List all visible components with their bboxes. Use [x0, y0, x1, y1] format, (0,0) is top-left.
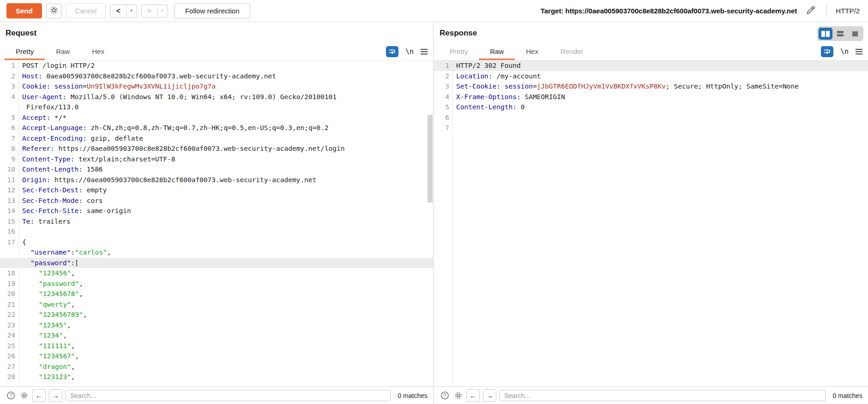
forward-split-button[interactable]: > ▼: [141, 5, 168, 18]
code-line: 3Cookie: session=Un9IlW3kFegwMv3XVNL1iji…: [0, 81, 433, 92]
code-line: 4User-Agent: Mozilla/5.0 (Windows NT 10.…: [0, 92, 433, 102]
gear-icon: [49, 6, 59, 16]
code-line: 13Sec-Fetch-Mode: cors: [0, 196, 433, 206]
columns-icon: [821, 31, 825, 37]
target-url-label: Target: https://0aea005903700c8e828b2cf6…: [541, 7, 797, 15]
code-line: 12Sec-Fetch-Dest: empty: [0, 185, 433, 196]
tab-pretty[interactable]: Pretty: [439, 43, 479, 60]
code-line: 10Content-Length: 1586: [0, 164, 433, 175]
code-line: 11Origin: https://0aea005903700c8e828b2c…: [0, 175, 433, 185]
svg-text:?: ?: [9, 393, 12, 398]
search-settings-gear-icon[interactable]: [19, 391, 29, 401]
repeater-toolbar: Send Cancel < ▼ > ▼ Follow redirection T…: [0, 0, 868, 22]
cancel-button[interactable]: Cancel: [66, 3, 106, 18]
tab-hex[interactable]: Hex: [81, 43, 115, 60]
http-protocol-label: HTTP/2: [836, 7, 860, 15]
tab-render[interactable]: Render: [549, 43, 594, 60]
show-newlines-toggle[interactable]: \n: [405, 48, 414, 56]
code-line: 23"12345",: [0, 320, 433, 331]
response-match-count: 0 matches: [832, 392, 862, 399]
code-line: 16: [0, 226, 433, 237]
response-search-input[interactable]: [500, 390, 826, 401]
rows-icon: [837, 31, 844, 36]
burp-repeater-window: Send Cancel < ▼ > ▼ Follow redirection T…: [0, 0, 868, 404]
code-line: 4X-Frame-Options: SAMEORIGIN: [434, 92, 868, 102]
code-line: 18"123456",: [0, 268, 433, 279]
code-line: 1HTTP/2 302 Found: [434, 60, 868, 71]
code-line: 28"123123",: [0, 372, 433, 382]
code-line: 7Accept-Encoding: gzip, deflate: [0, 133, 433, 144]
request-search-input[interactable]: [66, 390, 391, 401]
code-line: 5Content-Length: 0: [434, 102, 868, 113]
pencil-icon: [805, 5, 816, 18]
word-wrap-icon[interactable]: [821, 46, 833, 57]
search-help-icon[interactable]: ?: [6, 391, 16, 401]
single-pane-icon: [852, 31, 858, 36]
follow-redirection-button[interactable]: Follow redirection: [174, 3, 251, 18]
request-panel: Request PrettyRawHex \n 1POST /login HTT…: [0, 23, 434, 404]
search-next-button[interactable]: →: [49, 389, 62, 402]
show-newlines-toggle[interactable]: \n: [840, 48, 849, 56]
code-line: 5Accept: */*: [0, 113, 433, 123]
code-line: 1POST /login HTTP/2: [0, 60, 433, 71]
layout-rows-button[interactable]: [833, 28, 847, 40]
response-tabs: PrettyRawHexRender: [439, 43, 594, 60]
send-button[interactable]: Send: [6, 3, 42, 18]
editor-menu-icon[interactable]: [421, 49, 428, 54]
response-editor[interactable]: 1HTTP/2 302 Found2Location: /my-account3…: [434, 60, 868, 386]
code-line: 26"1234567",: [0, 351, 433, 362]
code-line: 2Host: 0aea005903700c8e828b2cf600af0073.…: [0, 71, 433, 82]
response-search-bar: ? ← → 0 matches: [434, 386, 868, 404]
request-editor[interactable]: 1POST /login HTTP/22Host: 0aea005903700c…: [0, 60, 433, 386]
code-line: 27"dragon",: [0, 362, 433, 372]
code-line: 25"111111",: [0, 341, 433, 351]
back-dropdown-icon[interactable]: ▼: [126, 5, 137, 17]
response-panel: Response PrettyRawHexRender \n: [434, 23, 868, 404]
tab-hex[interactable]: Hex: [515, 43, 549, 60]
search-settings-gear-icon[interactable]: [453, 391, 463, 401]
code-line: Firefox/113.0: [0, 102, 433, 113]
code-line: 21"qwerty",: [0, 299, 433, 310]
tab-raw[interactable]: Raw: [45, 43, 81, 60]
forward-arrow-label[interactable]: >: [142, 5, 157, 17]
edit-target-button[interactable]: [804, 4, 818, 18]
code-line: 6: [434, 113, 868, 123]
tab-raw[interactable]: Raw: [479, 43, 515, 60]
editor-menu-icon[interactable]: [856, 49, 862, 54]
code-line: 6Accept-Language: zh-CN,zh;q=0.8,zh-TW;q…: [0, 123, 433, 133]
layout-single-button[interactable]: [848, 28, 862, 40]
back-split-button[interactable]: < ▼: [110, 5, 137, 18]
search-previous-button[interactable]: ←: [32, 389, 46, 402]
forward-dropdown-icon[interactable]: ▼: [157, 5, 168, 17]
search-help-icon[interactable]: ?: [440, 391, 450, 401]
layout-switcher: [817, 26, 863, 41]
code-line: 15Te: trailers: [0, 216, 433, 227]
code-line: 19"password",: [0, 279, 433, 289]
search-next-button[interactable]: →: [483, 389, 496, 402]
code-line: "password":[: [0, 258, 433, 268]
word-wrap-icon[interactable]: [386, 46, 398, 57]
code-line: 17{: [0, 237, 433, 248]
request-search-bar: ? ← → 0 matches: [0, 386, 433, 404]
code-line: 8Referer: https://0aea005903700c8e828b2c…: [0, 143, 433, 154]
code-line: 24"1234",: [0, 330, 433, 341]
code-line: 22"123456789",: [0, 309, 433, 320]
send-settings-gear-button[interactable]: [46, 4, 62, 18]
layout-columns-button[interactable]: [819, 28, 832, 40]
tab-pretty[interactable]: Pretty: [5, 43, 45, 60]
code-line: 20"12345678",: [0, 289, 433, 299]
back-arrow-label[interactable]: <: [110, 5, 126, 17]
code-line: "username":"carlos",: [0, 247, 433, 258]
request-editor-toolbar: \n: [386, 46, 428, 57]
code-line: 7: [434, 123, 868, 133]
response-editor-toolbar: \n: [821, 46, 862, 57]
svg-text:?: ?: [443, 393, 446, 398]
search-previous-button[interactable]: ←: [466, 389, 480, 402]
request-match-count: 0 matches: [398, 392, 428, 399]
code-line: 9Content-Type: text/plain;charset=UTF-8: [0, 154, 433, 165]
request-tabs: PrettyRawHex: [5, 43, 115, 60]
response-panel-title: Response: [440, 29, 477, 38]
code-line: 14Sec-Fetch-Site: same-origin: [0, 206, 433, 216]
toolbar-divider: [826, 5, 827, 17]
code-line: 3Set-Cookie: session=jJbGTR6EODfHJyVm1Vv…: [434, 81, 868, 92]
